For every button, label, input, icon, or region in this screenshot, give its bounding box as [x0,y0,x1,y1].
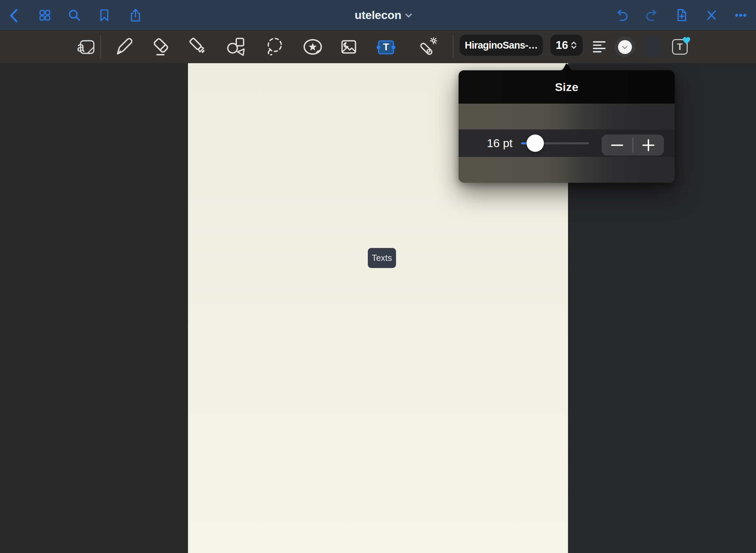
toolbar-divider [100,35,101,58]
popover-header: Size [459,70,675,104]
undo-button[interactable] [614,0,629,30]
add-page-icon [674,8,689,22]
chevron-down-icon [405,12,413,20]
image-tool-button[interactable] [339,30,359,63]
font-size-button[interactable]: 16 [550,35,583,56]
popover-arrow [559,63,574,71]
decrease-size-button[interactable] [602,135,633,156]
size-popover: Size 16 pt [459,70,675,183]
stop-editing-button[interactable] [704,0,719,30]
minus-icon [611,139,623,151]
text-tool-button[interactable]: T [378,40,394,54]
text-tool-glyph: T [383,42,389,52]
canvas-background-left [0,63,188,553]
redo-icon [645,8,659,22]
pressed-button-highlight [643,36,662,57]
elements-tool-button[interactable] [303,30,323,63]
selection-handle-left [377,46,380,49]
document-title-button[interactable]: utelecon [0,0,756,30]
eraser-icon [152,37,171,57]
laser-pointer-icon [419,37,438,56]
slider-thumb[interactable] [527,135,544,152]
size-slider[interactable] [521,129,589,157]
font-size-value: 16 [556,39,568,52]
sticker-star-icon [303,37,323,57]
size-stepper [602,135,664,156]
image-icon [339,37,358,56]
font-family-label: HiraginoSans-… [465,40,537,51]
popover-title: Size [555,81,578,94]
chevron-up-down-icon [570,41,577,49]
pencil-x-icon [704,8,718,22]
lasso-icon [265,37,284,56]
undo-icon [615,8,629,22]
handwriting-a-icon: a [78,37,97,56]
highlighter-tool-button[interactable] [189,30,208,63]
goodnotes-app: utelecon a [0,0,756,553]
heart-icon [682,36,691,45]
text-color-button[interactable] [615,37,635,57]
more-button[interactable] [733,0,748,30]
pen-icon [115,37,134,56]
add-page-button[interactable] [674,0,689,30]
handwriting-a-glyph: a [78,39,85,54]
text-align-button[interactable] [591,30,606,63]
pen-tool-button[interactable] [115,30,134,63]
increase-size-button[interactable] [633,135,664,156]
text-style-presets-button[interactable]: T [672,39,688,55]
selection-handle-right [392,46,395,49]
font-family-button[interactable]: HiraginoSans-… [460,35,543,56]
handwriting-mode-button[interactable]: a [78,30,97,63]
size-value-label: 16 pt [479,129,520,157]
shapes-icon [227,37,246,56]
swatch-chevron-down-icon [622,46,628,50]
eraser-tool-button[interactable] [152,30,171,63]
text-align-left-icon [593,40,605,53]
plus-icon [642,139,655,151]
toolbar-divider-2 [453,35,453,58]
lasso-tool-button[interactable] [264,30,284,63]
shapes-tool-button[interactable] [226,30,246,63]
redo-button[interactable] [645,0,659,30]
size-row: 16 pt [459,129,675,157]
laser-tool-button[interactable] [418,30,438,63]
navigation-bar: utelecon [0,0,756,30]
highlighter-icon [189,37,208,57]
more-ellipsis-icon [734,8,748,22]
text-object[interactable]: Texts [368,248,396,268]
color-swatch-icon [618,40,632,54]
document-title: utelecon [355,8,401,22]
tools-bar: a T [0,30,756,63]
